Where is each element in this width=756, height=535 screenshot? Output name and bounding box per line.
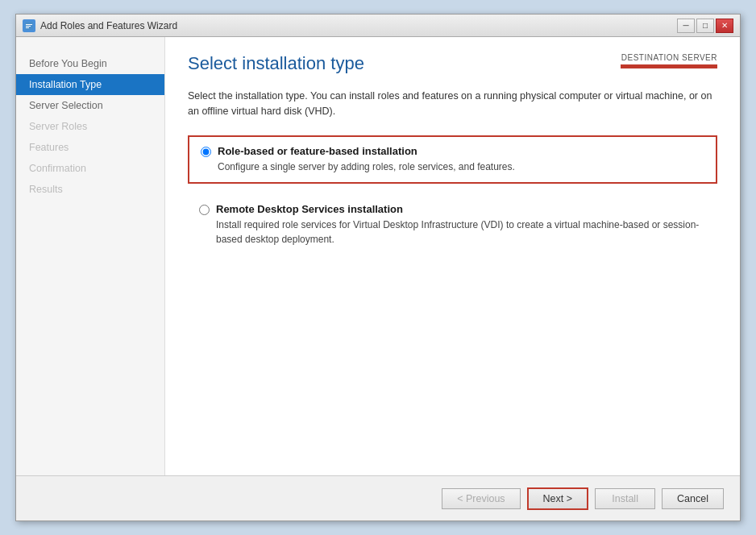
option-remote-desktop-box[interactable]: Remote Desktop Services installation Ins… bbox=[188, 195, 717, 255]
option-role-based-content: Role-based or feature-based installation… bbox=[218, 145, 515, 174]
content-area: Before You Begin Installation Type Serve… bbox=[16, 37, 740, 475]
option-remote-desktop-content: Remote Desktop Services installation Ins… bbox=[216, 203, 706, 247]
svg-rect-1 bbox=[26, 24, 32, 25]
main-window: Add Roles and Features Wizard ─ □ ✕ Befo… bbox=[15, 14, 741, 521]
restore-button[interactable]: □ bbox=[696, 19, 714, 33]
wizard-icon bbox=[23, 19, 35, 32]
sidebar: Before You Begin Installation Type Serve… bbox=[16, 37, 165, 475]
option-remote-desktop-desc: Install required role services for Virtu… bbox=[216, 218, 706, 247]
cancel-button[interactable]: Cancel bbox=[662, 488, 724, 509]
page-title: Select installation type bbox=[188, 53, 364, 74]
option-role-based-radio[interactable] bbox=[201, 147, 211, 157]
top-section: Select installation type DESTINATION SER… bbox=[188, 53, 717, 74]
close-button[interactable]: ✕ bbox=[716, 19, 733, 33]
sidebar-item-before-you-begin[interactable]: Before You Begin bbox=[16, 53, 164, 74]
title-bar-buttons: ─ □ ✕ bbox=[677, 19, 733, 33]
sidebar-item-installation-type[interactable]: Installation Type bbox=[16, 74, 164, 95]
next-button[interactable]: Next > bbox=[527, 487, 588, 510]
previous-button[interactable]: < Previous bbox=[442, 488, 520, 509]
option-remote-desktop-radio[interactable] bbox=[199, 205, 210, 215]
option-remote-desktop-title: Remote Desktop Services installation bbox=[216, 203, 706, 215]
svg-rect-2 bbox=[26, 26, 31, 27]
title-bar: Add Roles and Features Wizard ─ □ ✕ bbox=[16, 15, 740, 37]
destination-server-label: DESTINATION SERVER bbox=[621, 53, 717, 62]
sidebar-item-confirmation: Confirmation bbox=[16, 158, 164, 179]
svg-rect-3 bbox=[26, 27, 29, 28]
sidebar-item-results: Results bbox=[16, 179, 164, 200]
option-role-based-box[interactable]: Role-based or feature-based installation… bbox=[188, 135, 717, 184]
option-role-based-title: Role-based or feature-based installation bbox=[218, 145, 515, 157]
option-role-based-desc: Configure a single server by adding role… bbox=[218, 160, 515, 174]
sidebar-item-server-roles: Server Roles bbox=[16, 116, 164, 137]
title-bar-left: Add Roles and Features Wizard bbox=[23, 19, 177, 32]
option-role-based-row: Role-based or feature-based installation… bbox=[201, 145, 704, 174]
main-panel: Select installation type DESTINATION SER… bbox=[165, 37, 740, 475]
window-title: Add Roles and Features Wizard bbox=[40, 20, 177, 31]
footer: < Previous Next > Install Cancel bbox=[16, 475, 740, 520]
sidebar-item-server-selection[interactable]: Server Selection bbox=[16, 95, 164, 116]
destination-server: DESTINATION SERVER bbox=[621, 53, 717, 68]
destination-server-bar bbox=[621, 64, 717, 68]
minimize-button[interactable]: ─ bbox=[677, 19, 695, 33]
sidebar-item-features: Features bbox=[16, 137, 164, 158]
install-button[interactable]: Install bbox=[595, 488, 655, 509]
option-remote-desktop-row: Remote Desktop Services installation Ins… bbox=[199, 203, 706, 247]
description-text: Select the installation type. You can in… bbox=[188, 89, 717, 119]
